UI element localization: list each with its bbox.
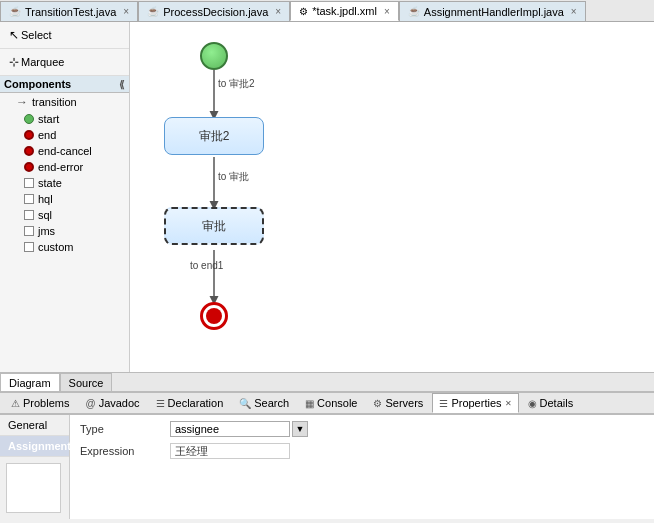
diagram-tab-label: Diagram [9,377,51,389]
javadoc-icon: @ [85,398,95,409]
source-tab-label: Source [69,377,104,389]
eclipse-tab-search[interactable]: 🔍 Search [232,393,296,413]
eclipse-tab-problems[interactable]: ⚠ Problems [4,393,76,413]
tab-label-3: *task.jpdl.xml [312,5,377,17]
tab-process-decision[interactable]: ☕ ProcessDecision.java × [138,1,290,21]
custom-icon [24,242,34,252]
select-label: Select [21,29,52,41]
properties-icon: ☰ [439,398,448,409]
comp-label-custom: custom [38,241,73,253]
toolbar-row: ↖ Select [0,22,129,49]
tab-assignment-handler[interactable]: ☕ AssignmentHandlerImpl.java × [399,1,586,21]
eclipse-tab-declaration[interactable]: ☰ Declaration [149,393,231,413]
comp-label-end-error: end-error [38,161,83,173]
comp-end-error[interactable]: end-error [0,159,129,175]
end-error-icon [24,162,34,172]
servers-icon: ⚙ [373,398,382,409]
components-title: Components [4,78,71,90]
select-dropdown-arrow[interactable]: ▼ [292,421,308,437]
servers-label: Servers [385,397,423,409]
arrow-label-1: to 审批2 [218,77,255,91]
tab-close-2[interactable]: × [275,6,281,17]
comp-end-cancel[interactable]: end-cancel [0,143,129,159]
tab-task-jpdl[interactable]: ⚙ *task.jpdl.xml × [290,1,399,21]
search-label: Search [254,397,289,409]
problems-label: Problems [23,397,69,409]
prop-nav-general[interactable]: General [0,415,69,436]
assignment-nav-label: Assignment [8,440,71,452]
eclipse-tab-details[interactable]: ◉ Details [521,393,581,413]
cursor-icon: ↖ [9,28,19,42]
prop-content: Type assignee candidate-users candidate-… [70,415,654,519]
comp-state[interactable]: state [0,175,129,191]
comp-label-start: start [38,113,59,125]
declaration-icon: ☰ [156,398,165,409]
tab-close-4[interactable]: × [571,6,577,17]
console-label: Console [317,397,357,409]
comp-label-jms: jms [38,225,55,237]
marquee-tool[interactable]: ⊹ Marquee [4,52,69,72]
end-node[interactable] [200,302,228,330]
task-node-2[interactable]: 审批 [164,207,264,245]
arrow-label-2: to 审批 [218,170,249,184]
comp-end[interactable]: end [0,127,129,143]
details-label: Details [540,397,574,409]
prop-left-nav: General Assignment [0,415,70,519]
diagram-canvas[interactable]: to 审批2 审批2 to 审批 审批 to end1 [130,22,654,372]
comp-transition[interactable]: → transition [0,93,129,111]
task-node-1[interactable]: 审批2 [164,117,264,155]
tab-diagram[interactable]: Diagram [0,373,60,391]
prop-row-type: Type assignee candidate-users candidate-… [80,421,644,437]
tab-source[interactable]: Source [60,373,113,391]
jms-icon [24,226,34,236]
comp-label-sql: sql [38,209,52,221]
properties-panel: General Assignment Type assignee candida… [0,414,654,519]
java-icon-1: ☕ [9,6,21,17]
java-icon-2: ☕ [147,6,159,17]
expand-arrow[interactable]: ⟪ [119,79,125,90]
javadoc-label: Javadoc [99,397,140,409]
tab-bar: ☕ TransitionTest.java × ☕ ProcessDecisio… [0,0,654,22]
comp-label-state: state [38,177,62,189]
tab-close-3[interactable]: × [384,6,390,17]
details-icon: ◉ [528,398,537,409]
general-nav-label: General [8,419,47,431]
type-label: Type [80,423,160,435]
tab-close-1[interactable]: × [123,6,129,17]
end-icon [24,130,34,140]
comp-start[interactable]: start [0,111,129,127]
select-tool[interactable]: ↖ Select [4,25,57,45]
expression-input[interactable] [170,443,290,459]
task-node-2-label: 审批 [202,218,226,235]
comp-custom[interactable]: custom [0,239,129,255]
tab-label-1: TransitionTest.java [25,6,116,18]
type-select[interactable]: assignee candidate-users candidate-group… [170,421,290,437]
arrow-label-3: to end1 [190,260,223,271]
properties-label: Properties [451,397,501,409]
sql-icon [24,210,34,220]
toolbar-row-2: ⊹ Marquee [0,49,129,76]
java-icon-4: ☕ [408,6,420,17]
eclipse-tab-javadoc[interactable]: @ Javadoc [78,393,146,413]
tab-transition-test[interactable]: ☕ TransitionTest.java × [0,1,138,21]
end-cancel-icon [24,146,34,156]
eclipse-tab-properties[interactable]: ☰ Properties ✕ [432,393,518,413]
prop-nav-assignment[interactable]: Assignment [0,436,69,457]
left-panel: ↖ Select ⊹ Marquee Components ⟪ → transi… [0,22,130,372]
problems-icon: ⚠ [11,398,20,409]
components-header: Components ⟪ [0,76,129,93]
start-node[interactable] [200,42,228,70]
main-area: ↖ Select ⊹ Marquee Components ⟪ → transi… [0,22,654,372]
end-node-inner [206,308,222,324]
type-select-container: assignee candidate-users candidate-group… [170,421,308,437]
eclipse-tab-servers[interactable]: ⚙ Servers [366,393,430,413]
comp-jms[interactable]: jms [0,223,129,239]
tab-label-4: AssignmentHandlerImpl.java [424,6,564,18]
marquee-label: Marquee [21,56,64,68]
comp-hql[interactable]: hql [0,191,129,207]
hql-icon [24,194,34,204]
eclipse-tab-console[interactable]: ▦ Console [298,393,364,413]
comp-sql[interactable]: sql [0,207,129,223]
comp-label-end: end [38,129,56,141]
search-icon: 🔍 [239,398,251,409]
